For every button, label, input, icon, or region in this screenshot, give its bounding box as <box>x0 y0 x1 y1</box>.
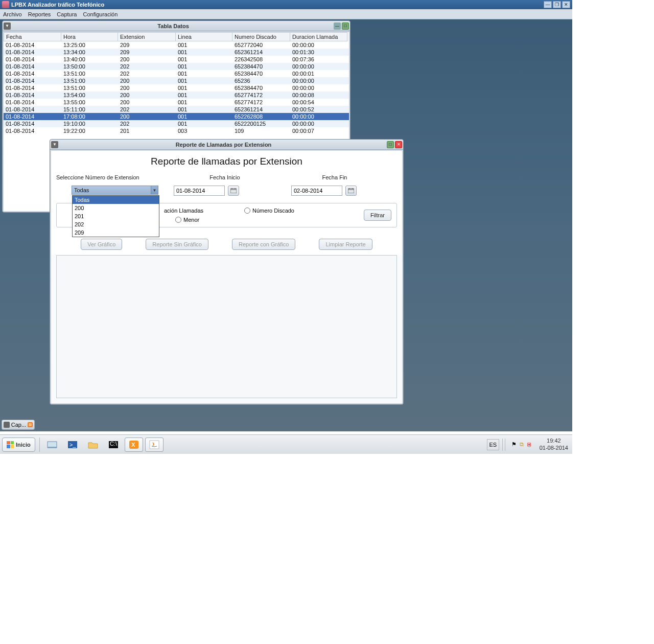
date-end-picker-button[interactable] <box>345 186 357 196</box>
menu-reportes[interactable]: Reportes <box>28 11 51 17</box>
tray-device-icon[interactable]: ⧉ <box>520 441 524 448</box>
report-header: Reporte de llamadas por Extension <box>51 151 402 174</box>
table-row[interactable]: 01-08-201419:10:00202001652220012500:00:… <box>4 120 349 127</box>
report-frame: ▼ Reporte de Llamadas por Extension □ ✕ … <box>50 139 404 405</box>
menubar: Archivo Reportes Captura Configuración <box>0 9 572 19</box>
col-duracion[interactable]: Duracion Llamada <box>290 32 347 41</box>
table-row[interactable]: 01-08-201413:34:0020900165236121400:01:3… <box>4 49 349 56</box>
table-row[interactable]: 01-08-201413:25:0020900165277204000:00:0… <box>4 41 349 49</box>
clock[interactable]: 19:42 01-08-2014 <box>535 438 572 451</box>
label-fecha-inicio: Fecha Inicio <box>174 174 276 182</box>
task-folder-icon[interactable] <box>84 438 102 452</box>
main-titlebar[interactable]: LPBX Analizador tráfico Telefónico — ❐ ✕ <box>0 0 572 9</box>
table-row[interactable]: 01-08-201413:51:0020000165238447000:00:0… <box>4 84 349 91</box>
combo-dropdown-list[interactable]: Todas200201202209 <box>72 195 159 237</box>
menu-archivo[interactable]: Archivo <box>3 11 22 17</box>
report-output-area <box>56 255 397 398</box>
svg-text:C:\: C:\ <box>110 441 118 447</box>
task-xampp-icon[interactable]: X <box>125 438 143 452</box>
table-frame-title: Tabla Datos <box>13 23 334 29</box>
maximize-button[interactable]: ❐ <box>553 1 561 8</box>
table-header: Fecha Hora Extension Linea Numero Discad… <box>4 32 349 41</box>
close-button[interactable]: ✕ <box>562 1 570 8</box>
table-body[interactable]: 01-08-201413:25:0020900165277204000:00:0… <box>4 41 349 134</box>
menu-captura[interactable]: Captura <box>57 11 77 17</box>
radio-duracion[interactable]: ación Llamadas <box>164 208 203 214</box>
table-row[interactable]: 01-08-201413:51:002000016523600:00:00 <box>4 77 349 84</box>
svg-text:X: X <box>131 442 135 448</box>
limpiar-reporte-button[interactable]: Limpiar Reporte <box>319 239 372 250</box>
table-row[interactable]: 01-08-201413:54:0020000165277417200:00:0… <box>4 91 349 99</box>
tray-shield-icon[interactable]: ⛨ <box>527 442 532 448</box>
table-row[interactable]: 01-08-201413:40:0020000122634250800:07:3… <box>4 56 349 63</box>
tray-flag-icon[interactable]: ⚑ <box>511 441 517 448</box>
report-frame-title: Reporte de Llamadas por Extension <box>60 142 387 148</box>
col-extension[interactable]: Extension <box>118 32 176 41</box>
calendar-icon <box>348 188 354 193</box>
combo-option[interactable]: 209 <box>73 228 159 237</box>
app-title: LPBX Analizador tráfico Telefónico <box>11 2 544 8</box>
date-end-input[interactable] <box>291 186 342 196</box>
frame-menu-icon[interactable]: ▼ <box>4 22 11 30</box>
table-row[interactable]: 01-08-201413:55:0020000165277417200:00:5… <box>4 99 349 106</box>
label-fecha-fin: Fecha Fin <box>291 174 378 182</box>
table-row[interactable]: 01-08-201413:51:0020200165238447000:00:0… <box>4 70 349 77</box>
task-java-icon[interactable] <box>145 438 164 452</box>
table-row[interactable]: 01-08-201419:22:0020100310900:00:07 <box>4 127 349 134</box>
language-indicator[interactable]: ES <box>487 439 499 450</box>
taskbar: Inicio >_ C:\ X ES ⚑ ⧉ ⛨ 19:42 01-08-201… <box>0 434 572 454</box>
task-explorer-icon[interactable] <box>43 438 61 452</box>
combo-option[interactable]: 202 <box>73 220 159 228</box>
tray-handle[interactable] <box>502 439 505 451</box>
radio-menor[interactable] <box>175 217 181 223</box>
col-fecha[interactable]: Fecha <box>4 32 61 41</box>
combo-selected-text: Todas <box>72 187 151 193</box>
ver-grafico-button[interactable]: Ver Gráfico <box>81 239 122 250</box>
table-row[interactable]: 01-08-201413:50:0020200165238447000:00:0… <box>4 63 349 70</box>
radio-numero[interactable] <box>244 208 250 214</box>
date-start-input[interactable] <box>174 186 225 196</box>
combo-option[interactable]: 200 <box>73 204 159 212</box>
panel-icon <box>4 422 10 428</box>
date-start-picker-button[interactable] <box>228 186 239 196</box>
frame-maximize-button[interactable]: □ <box>342 22 349 30</box>
svg-rect-9 <box>48 447 57 448</box>
calendar-icon <box>230 188 237 193</box>
svg-text:>_: >_ <box>69 442 76 448</box>
menu-configuracion[interactable]: Configuración <box>83 11 118 17</box>
windows-logo-icon <box>7 441 14 448</box>
filtrar-button[interactable]: Filtrar <box>364 210 391 221</box>
start-button[interactable]: Inicio <box>2 438 35 452</box>
label-extension: Seleccione Número de Extension <box>56 174 174 182</box>
java-icon <box>2 1 9 8</box>
frame-maximize-button[interactable]: □ <box>387 141 394 148</box>
combo-option[interactable]: 201 <box>73 212 159 220</box>
svg-rect-4 <box>348 189 354 193</box>
frame-menu-icon[interactable]: ▼ <box>51 141 58 148</box>
col-numero[interactable]: Numero Discado <box>232 32 290 41</box>
panel-restore-icon <box>28 422 33 427</box>
chevron-down-icon: ▼ <box>151 186 158 194</box>
col-hora[interactable]: Hora <box>61 32 118 41</box>
table-row[interactable]: 01-08-201415:11:0020200165236121400:00:5… <box>4 106 349 113</box>
minimized-panel[interactable]: Cap... <box>2 420 35 430</box>
minimize-button[interactable]: — <box>544 1 552 8</box>
task-cmd-icon[interactable]: C:\ <box>104 438 123 452</box>
reporte-con-grafico-button[interactable]: Reporte con Gráfico <box>232 239 295 250</box>
combo-option[interactable]: Todas <box>73 196 159 204</box>
svg-rect-16 <box>150 441 159 449</box>
task-powershell-icon[interactable]: >_ <box>63 438 82 452</box>
frame-close-button[interactable]: ✕ <box>395 141 402 148</box>
frame-minimize-button[interactable]: — <box>334 22 341 30</box>
col-linea[interactable]: Linea <box>176 32 232 41</box>
svg-rect-0 <box>230 189 237 193</box>
table-row[interactable]: 01-08-201417:08:0020000165226280800:00:0… <box>4 113 349 120</box>
extension-combo[interactable]: Todas ▼ Todas200201202209 <box>72 186 158 195</box>
reporte-sin-grafico-button[interactable]: Reporte Sin Gráfico <box>146 239 208 250</box>
